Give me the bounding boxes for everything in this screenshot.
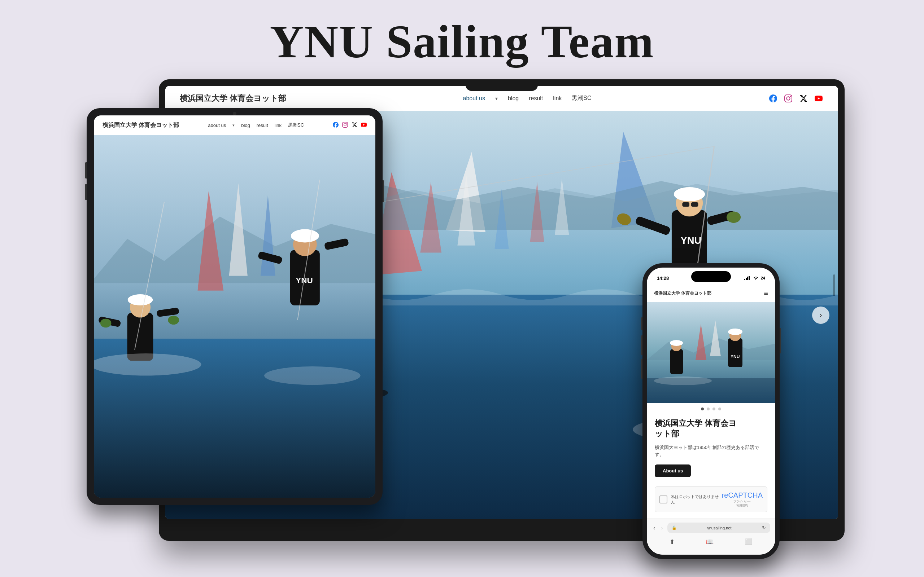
- dynamic-island: [691, 271, 731, 282]
- phone-logo: 横浜国立大学 体育会ヨット部: [654, 290, 711, 297]
- battery-level: 24: [761, 276, 765, 280]
- tablet-fb-icon[interactable]: [333, 122, 339, 129]
- next-slide-button[interactable]: ›: [812, 306, 829, 324]
- tablet-x-icon[interactable]: [352, 122, 357, 129]
- tablet-nav-blog[interactable]: blog: [241, 122, 250, 128]
- tablet-screen: 横浜国立大学 体育会ヨット部 about us ▾ blog result li…: [94, 115, 375, 498]
- scroll-indicator[interactable]: [833, 274, 835, 296]
- tablet-nav-about[interactable]: about us: [208, 122, 226, 128]
- page-title: YNU Sailing Team: [270, 15, 654, 69]
- devices-container: 横浜国立大学 体育会ヨット部 about us ▾ blog result li…: [65, 79, 859, 566]
- laptop-nav-blog[interactable]: blog: [508, 95, 519, 102]
- tablet-ig-icon[interactable]: [342, 122, 348, 129]
- laptop-nav-kuroshio[interactable]: 黒潮SC: [572, 95, 591, 102]
- phone-frame: 14:28: [643, 263, 780, 559]
- bookmarks-icon[interactable]: 📖: [706, 538, 714, 546]
- svg-marker-34: [530, 182, 544, 242]
- phone-about-button[interactable]: About us: [655, 464, 691, 477]
- svg-rect-62: [749, 276, 750, 280]
- phone-silent-button: [641, 318, 643, 330]
- laptop-logo: 横浜国立大学 体育会ヨット部: [180, 93, 286, 104]
- url-bar[interactable]: 🔒 ynusailing.net ↻: [667, 522, 770, 533]
- svg-point-47: [100, 319, 111, 328]
- dot-2[interactable]: [707, 408, 709, 410]
- tablet-nav-result[interactable]: result: [257, 122, 268, 128]
- phone-heading: 横浜国立大学 体育会ヨ ット部: [655, 418, 767, 439]
- back-button[interactable]: ‹: [652, 525, 657, 531]
- tablet-social-icons: [333, 122, 367, 129]
- refresh-icon[interactable]: ↻: [762, 525, 766, 530]
- dot-1[interactable]: [701, 408, 704, 410]
- dot-4[interactable]: [718, 408, 721, 410]
- x-twitter-icon[interactable]: [798, 93, 809, 103]
- phone-nav: 横浜国立大学 体育会ヨット部 ≡: [647, 285, 775, 302]
- youtube-icon[interactable]: [814, 93, 824, 103]
- phone-hero-image: YNU: [647, 302, 775, 403]
- tablet-yt-icon[interactable]: [361, 122, 367, 129]
- tablet-sailing-scene: YNU: [94, 135, 375, 498]
- phone-device: 14:28: [643, 263, 780, 559]
- svg-rect-60: [746, 278, 747, 280]
- captcha-logo: reCAPTCHA プライバシー 利用規約: [722, 491, 762, 508]
- tablet-nav-kuroshio[interactable]: 黒潮SC: [288, 122, 304, 128]
- phone-content: 横浜国立大学 体育会ヨ ット部 横浜国大ヨット部は1950年創部の歴史ある部活で…: [647, 415, 775, 481]
- recaptcha-widget[interactable]: 私はロボットではありません reCAPTCHA プライバシー 利用規約: [655, 487, 767, 512]
- svg-text:YNU: YNU: [730, 354, 740, 359]
- tablet-vol-down-button: [85, 184, 87, 200]
- svg-rect-70: [728, 338, 743, 367]
- carousel-dots: [647, 403, 775, 415]
- tablet-hero: YNU: [94, 135, 375, 498]
- svg-point-44: [128, 294, 153, 305]
- wifi-icon: [753, 276, 759, 280]
- svg-point-56: [264, 366, 360, 385]
- laptop-nav-link[interactable]: link: [553, 95, 562, 102]
- tablet-nav-links: about us ▾ blog result link 黒潮SC: [208, 122, 304, 128]
- phone-power-button: [780, 328, 781, 353]
- laptop-notch: [465, 79, 538, 91]
- tablet-device: 横浜国立大学 体育会ヨット部 about us ▾ blog result li…: [87, 108, 383, 505]
- laptop-nav-about[interactable]: about us: [463, 95, 485, 102]
- phone-browser-buttons: ⬆ 📖 ⬜: [647, 537, 775, 547]
- svg-text:YNU: YNU: [680, 235, 701, 246]
- svg-point-75: [654, 377, 712, 385]
- laptop-nav-links: about us ▾ blog result link 黒潮SC: [463, 95, 591, 102]
- svg-rect-19: [682, 202, 690, 206]
- tablet-nav-link[interactable]: link: [275, 122, 282, 128]
- signal-icon: [744, 276, 751, 280]
- tablet-power-button: [383, 180, 384, 202]
- dot-3[interactable]: [712, 408, 716, 410]
- svg-rect-21: [635, 216, 671, 236]
- phone-time: 14:28: [657, 276, 669, 281]
- svg-rect-67: [670, 349, 683, 374]
- svg-point-23: [615, 211, 633, 227]
- svg-marker-33: [494, 189, 509, 249]
- tablet-vol-up-button: [85, 162, 87, 179]
- phone-bottom-bar: ‹ › 🔒 ynusailing.net ↻ ⬆ 📖: [647, 519, 775, 554]
- laptop-nav-result[interactable]: result: [529, 95, 543, 102]
- instagram-icon[interactable]: [783, 93, 793, 103]
- svg-point-55: [94, 353, 201, 376]
- svg-point-48: [168, 316, 179, 324]
- tablet-camera: [233, 112, 236, 115]
- svg-marker-32: [457, 175, 475, 246]
- tablet-nav: 横浜国立大学 体育会ヨット部 about us ▾ blog result li…: [94, 115, 375, 135]
- hamburger-menu-icon[interactable]: ≡: [764, 289, 768, 298]
- forward-button[interactable]: ›: [659, 525, 664, 531]
- svg-rect-20: [691, 202, 698, 206]
- facebook-icon[interactable]: [768, 93, 778, 103]
- svg-rect-61: [747, 277, 748, 280]
- phone-screen: 14:28: [647, 268, 775, 554]
- captcha-checkbox[interactable]: [659, 495, 667, 503]
- share-icon[interactable]: ⬆: [670, 538, 675, 546]
- svg-point-18: [674, 187, 705, 201]
- tabs-icon[interactable]: ⬜: [745, 538, 753, 546]
- svg-point-52: [291, 229, 319, 242]
- phone-sailing-scene: YNU: [647, 302, 775, 403]
- svg-point-69: [670, 340, 683, 346]
- phone-subtext: 横浜国大ヨット部は1950年創部の歴史ある部活です。: [655, 444, 767, 458]
- svg-point-73: [728, 329, 743, 335]
- phone-vol-up-button: [641, 335, 643, 355]
- captcha-label: 私はロボットではありません: [671, 494, 722, 505]
- laptop-nav-icons: [768, 93, 824, 103]
- svg-marker-35: [555, 178, 569, 235]
